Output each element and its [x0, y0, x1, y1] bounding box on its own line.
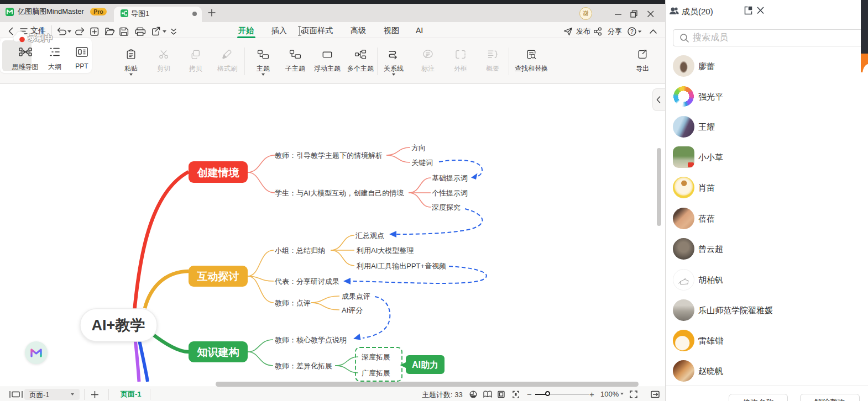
svg-text:AI+教学: AI+教学: [92, 317, 145, 334]
svg-text:利用AI工具输出PPT+音视频: 利用AI工具输出PPT+音视频: [356, 262, 446, 270]
svg-text:创建情境: 创建情境: [197, 167, 240, 178]
svg-text:知识建构: 知识建构: [197, 346, 239, 358]
svg-text:学生：与AI大模型互动，创建自己的情境: 学生：与AI大模型互动，创建自己的情境: [275, 189, 404, 197]
svg-text:关键词: 关键词: [411, 159, 433, 167]
svg-text:汇总观点: 汇总观点: [355, 231, 384, 240]
svg-text:AI助力: AI助力: [412, 360, 438, 370]
svg-text:方向: 方向: [411, 144, 426, 152]
svg-text:深度探究: 深度探究: [431, 203, 461, 212]
svg-text:基础提示词: 基础提示词: [432, 174, 468, 182]
svg-text:教师：引导教学主题下的情境解析: 教师：引导教学主题下的情境解析: [275, 151, 383, 160]
svg-text:个性提示词: 个性提示词: [432, 189, 468, 197]
svg-text:代表：分享研讨成果: 代表：分享研讨成果: [274, 277, 339, 286]
svg-text:广度拓展: 广度拓展: [362, 369, 390, 377]
svg-text:小组：总结归纳: 小组：总结归纳: [274, 246, 325, 255]
svg-text:教师：差异化拓展: 教师：差异化拓展: [275, 362, 332, 370]
svg-text:深度拓展: 深度拓展: [361, 353, 390, 361]
svg-text:教师：核心教学点说明: 教师：核心教学点说明: [275, 336, 347, 344]
svg-text:?: ?: [630, 28, 634, 35]
svg-text:教师：点评: 教师：点评: [275, 299, 311, 307]
svg-text:AI评分: AI评分: [342, 306, 363, 314]
svg-text:成果点评: 成果点评: [342, 292, 370, 300]
svg-text:互动探讨: 互动探讨: [197, 271, 239, 282]
svg-text:利用AI大模型整理: 利用AI大模型整理: [356, 246, 414, 255]
